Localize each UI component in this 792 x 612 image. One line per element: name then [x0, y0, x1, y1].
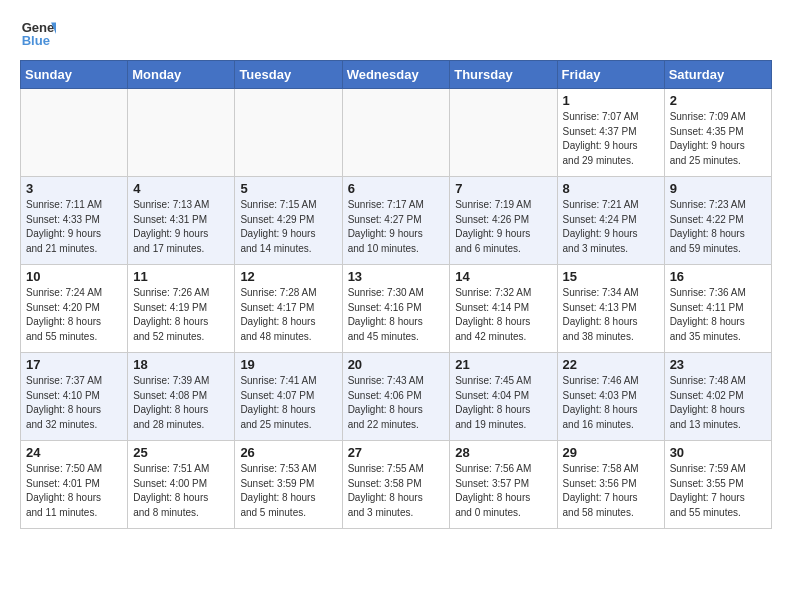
day-number: 29	[563, 445, 659, 460]
day-info: Sunrise: 7:45 AM Sunset: 4:04 PM Dayligh…	[455, 374, 551, 432]
calendar-cell	[342, 89, 450, 177]
header-saturday: Saturday	[664, 61, 771, 89]
day-info: Sunrise: 7:50 AM Sunset: 4:01 PM Dayligh…	[26, 462, 122, 520]
calendar-cell: 27Sunrise: 7:55 AM Sunset: 3:58 PM Dayli…	[342, 441, 450, 529]
day-info: Sunrise: 7:39 AM Sunset: 4:08 PM Dayligh…	[133, 374, 229, 432]
logo: General Blue	[20, 16, 56, 52]
day-number: 15	[563, 269, 659, 284]
week-row-2: 3Sunrise: 7:11 AM Sunset: 4:33 PM Daylig…	[21, 177, 772, 265]
calendar-cell: 4Sunrise: 7:13 AM Sunset: 4:31 PM Daylig…	[128, 177, 235, 265]
header-sunday: Sunday	[21, 61, 128, 89]
day-number: 22	[563, 357, 659, 372]
day-info: Sunrise: 7:43 AM Sunset: 4:06 PM Dayligh…	[348, 374, 445, 432]
header-friday: Friday	[557, 61, 664, 89]
day-number: 26	[240, 445, 336, 460]
calendar-cell: 26Sunrise: 7:53 AM Sunset: 3:59 PM Dayli…	[235, 441, 342, 529]
calendar-cell: 22Sunrise: 7:46 AM Sunset: 4:03 PM Dayli…	[557, 353, 664, 441]
header-tuesday: Tuesday	[235, 61, 342, 89]
day-number: 11	[133, 269, 229, 284]
calendar-cell: 8Sunrise: 7:21 AM Sunset: 4:24 PM Daylig…	[557, 177, 664, 265]
calendar-cell: 17Sunrise: 7:37 AM Sunset: 4:10 PM Dayli…	[21, 353, 128, 441]
day-info: Sunrise: 7:41 AM Sunset: 4:07 PM Dayligh…	[240, 374, 336, 432]
calendar-cell: 10Sunrise: 7:24 AM Sunset: 4:20 PM Dayli…	[21, 265, 128, 353]
calendar-cell: 6Sunrise: 7:17 AM Sunset: 4:27 PM Daylig…	[342, 177, 450, 265]
day-number: 13	[348, 269, 445, 284]
calendar-cell: 24Sunrise: 7:50 AM Sunset: 4:01 PM Dayli…	[21, 441, 128, 529]
calendar-cell: 30Sunrise: 7:59 AM Sunset: 3:55 PM Dayli…	[664, 441, 771, 529]
day-info: Sunrise: 7:55 AM Sunset: 3:58 PM Dayligh…	[348, 462, 445, 520]
day-number: 23	[670, 357, 766, 372]
calendar-cell: 12Sunrise: 7:28 AM Sunset: 4:17 PM Dayli…	[235, 265, 342, 353]
calendar-cell	[450, 89, 557, 177]
day-number: 3	[26, 181, 122, 196]
day-info: Sunrise: 7:21 AM Sunset: 4:24 PM Dayligh…	[563, 198, 659, 256]
day-info: Sunrise: 7:24 AM Sunset: 4:20 PM Dayligh…	[26, 286, 122, 344]
day-info: Sunrise: 7:23 AM Sunset: 4:22 PM Dayligh…	[670, 198, 766, 256]
day-number: 21	[455, 357, 551, 372]
header: General Blue	[20, 16, 772, 52]
day-info: Sunrise: 7:13 AM Sunset: 4:31 PM Dayligh…	[133, 198, 229, 256]
logo-icon: General Blue	[20, 16, 56, 52]
day-info: Sunrise: 7:28 AM Sunset: 4:17 PM Dayligh…	[240, 286, 336, 344]
calendar-cell: 3Sunrise: 7:11 AM Sunset: 4:33 PM Daylig…	[21, 177, 128, 265]
day-info: Sunrise: 7:37 AM Sunset: 4:10 PM Dayligh…	[26, 374, 122, 432]
day-info: Sunrise: 7:26 AM Sunset: 4:19 PM Dayligh…	[133, 286, 229, 344]
day-number: 17	[26, 357, 122, 372]
day-number: 2	[670, 93, 766, 108]
day-info: Sunrise: 7:48 AM Sunset: 4:02 PM Dayligh…	[670, 374, 766, 432]
day-info: Sunrise: 7:11 AM Sunset: 4:33 PM Dayligh…	[26, 198, 122, 256]
calendar-cell: 1Sunrise: 7:07 AM Sunset: 4:37 PM Daylig…	[557, 89, 664, 177]
calendar-header-row: SundayMondayTuesdayWednesdayThursdayFrid…	[21, 61, 772, 89]
calendar-cell: 21Sunrise: 7:45 AM Sunset: 4:04 PM Dayli…	[450, 353, 557, 441]
day-number: 5	[240, 181, 336, 196]
day-info: Sunrise: 7:19 AM Sunset: 4:26 PM Dayligh…	[455, 198, 551, 256]
calendar-cell: 19Sunrise: 7:41 AM Sunset: 4:07 PM Dayli…	[235, 353, 342, 441]
calendar-cell	[128, 89, 235, 177]
day-number: 14	[455, 269, 551, 284]
svg-text:Blue: Blue	[22, 33, 50, 48]
day-info: Sunrise: 7:30 AM Sunset: 4:16 PM Dayligh…	[348, 286, 445, 344]
calendar-cell: 28Sunrise: 7:56 AM Sunset: 3:57 PM Dayli…	[450, 441, 557, 529]
day-info: Sunrise: 7:51 AM Sunset: 4:00 PM Dayligh…	[133, 462, 229, 520]
calendar-cell	[21, 89, 128, 177]
day-info: Sunrise: 7:59 AM Sunset: 3:55 PM Dayligh…	[670, 462, 766, 520]
week-row-4: 17Sunrise: 7:37 AM Sunset: 4:10 PM Dayli…	[21, 353, 772, 441]
day-number: 9	[670, 181, 766, 196]
header-monday: Monday	[128, 61, 235, 89]
day-info: Sunrise: 7:56 AM Sunset: 3:57 PM Dayligh…	[455, 462, 551, 520]
day-number: 28	[455, 445, 551, 460]
day-info: Sunrise: 7:34 AM Sunset: 4:13 PM Dayligh…	[563, 286, 659, 344]
day-info: Sunrise: 7:36 AM Sunset: 4:11 PM Dayligh…	[670, 286, 766, 344]
day-number: 30	[670, 445, 766, 460]
day-number: 1	[563, 93, 659, 108]
day-number: 12	[240, 269, 336, 284]
day-info: Sunrise: 7:09 AM Sunset: 4:35 PM Dayligh…	[670, 110, 766, 168]
day-number: 27	[348, 445, 445, 460]
calendar-cell: 20Sunrise: 7:43 AM Sunset: 4:06 PM Dayli…	[342, 353, 450, 441]
calendar-cell: 5Sunrise: 7:15 AM Sunset: 4:29 PM Daylig…	[235, 177, 342, 265]
calendar-cell: 13Sunrise: 7:30 AM Sunset: 4:16 PM Dayli…	[342, 265, 450, 353]
calendar-cell: 29Sunrise: 7:58 AM Sunset: 3:56 PM Dayli…	[557, 441, 664, 529]
week-row-5: 24Sunrise: 7:50 AM Sunset: 4:01 PM Dayli…	[21, 441, 772, 529]
week-row-3: 10Sunrise: 7:24 AM Sunset: 4:20 PM Dayli…	[21, 265, 772, 353]
day-number: 8	[563, 181, 659, 196]
header-thursday: Thursday	[450, 61, 557, 89]
day-info: Sunrise: 7:53 AM Sunset: 3:59 PM Dayligh…	[240, 462, 336, 520]
week-row-1: 1Sunrise: 7:07 AM Sunset: 4:37 PM Daylig…	[21, 89, 772, 177]
day-info: Sunrise: 7:15 AM Sunset: 4:29 PM Dayligh…	[240, 198, 336, 256]
calendar-cell: 18Sunrise: 7:39 AM Sunset: 4:08 PM Dayli…	[128, 353, 235, 441]
header-wednesday: Wednesday	[342, 61, 450, 89]
day-number: 16	[670, 269, 766, 284]
day-number: 6	[348, 181, 445, 196]
calendar-cell: 25Sunrise: 7:51 AM Sunset: 4:00 PM Dayli…	[128, 441, 235, 529]
day-info: Sunrise: 7:07 AM Sunset: 4:37 PM Dayligh…	[563, 110, 659, 168]
calendar-table: SundayMondayTuesdayWednesdayThursdayFrid…	[20, 60, 772, 529]
day-number: 25	[133, 445, 229, 460]
calendar-cell: 15Sunrise: 7:34 AM Sunset: 4:13 PM Dayli…	[557, 265, 664, 353]
day-number: 10	[26, 269, 122, 284]
calendar-cell: 11Sunrise: 7:26 AM Sunset: 4:19 PM Dayli…	[128, 265, 235, 353]
day-info: Sunrise: 7:58 AM Sunset: 3:56 PM Dayligh…	[563, 462, 659, 520]
day-number: 7	[455, 181, 551, 196]
day-info: Sunrise: 7:46 AM Sunset: 4:03 PM Dayligh…	[563, 374, 659, 432]
day-number: 18	[133, 357, 229, 372]
